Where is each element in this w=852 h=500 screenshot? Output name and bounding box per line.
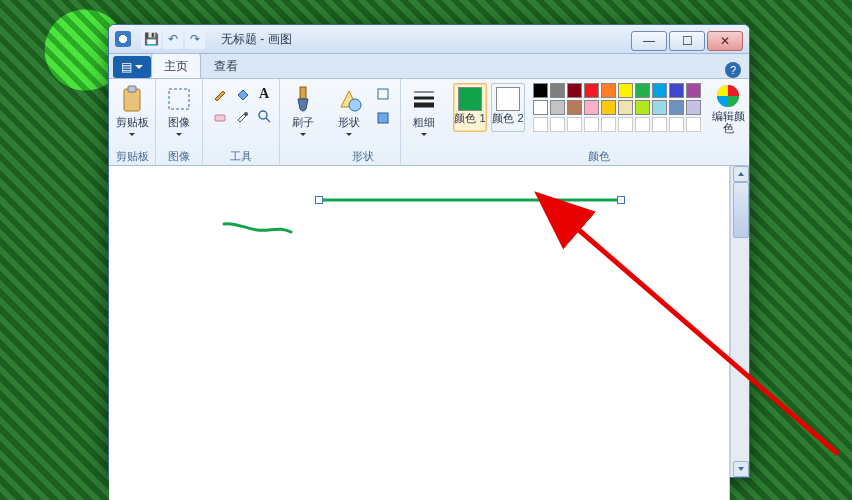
brush-button[interactable]: 刷子 — [286, 83, 320, 139]
clipboard-button[interactable]: 剪贴板 — [115, 83, 149, 139]
svg-rect-2 — [169, 89, 189, 109]
palette-swatch[interactable] — [550, 83, 565, 98]
group-clipboard: 剪贴板 剪贴板 — [109, 79, 156, 165]
svg-rect-1 — [128, 86, 136, 92]
palette-swatch[interactable] — [686, 83, 701, 98]
select-button[interactable]: 图像 — [162, 83, 196, 139]
palette-swatch[interactable] — [669, 100, 684, 115]
group-tools: A 工具 — [203, 79, 280, 165]
size-button[interactable]: 粗细 — [407, 83, 441, 139]
titlebar[interactable]: 💾 ↶ ↷ 无标题 - 画图 — ☐ ✕ — [109, 25, 749, 54]
shapes-label: 形状 — [338, 115, 360, 130]
tool-picker[interactable] — [231, 105, 253, 127]
tab-view[interactable]: 查看 — [201, 53, 251, 78]
ribbon: 剪贴板 剪贴板 图像 图像 — [109, 79, 749, 166]
palette-swatch[interactable] — [618, 100, 633, 115]
close-button[interactable]: ✕ — [707, 31, 743, 51]
palette-swatch[interactable] — [686, 100, 701, 115]
tool-eraser[interactable] — [209, 105, 231, 127]
palette-swatch[interactable] — [584, 100, 599, 115]
size-label: 粗细 — [413, 115, 435, 130]
palette-swatch[interactable] — [618, 83, 633, 98]
tool-pencil[interactable] — [209, 83, 231, 105]
palette-swatch[interactable] — [601, 100, 616, 115]
palette-swatch-empty[interactable] — [669, 117, 684, 132]
palette-swatch[interactable] — [567, 100, 582, 115]
select-label: 图像 — [168, 115, 190, 130]
shape-fill-button[interactable] — [372, 107, 394, 129]
palette-swatch[interactable] — [652, 100, 667, 115]
palette-swatch[interactable] — [533, 100, 548, 115]
brush-icon — [289, 85, 317, 113]
file-menu-button[interactable]: ▤ — [113, 56, 151, 78]
clipboard-label: 剪贴板 — [116, 115, 149, 130]
color2-button[interactable]: 颜色 2 — [491, 83, 525, 132]
shape-handle-start[interactable] — [315, 196, 323, 204]
color1-button[interactable]: 颜色 1 — [453, 83, 487, 132]
vertical-scrollbar[interactable] — [730, 166, 749, 477]
window-title: 无标题 - 画图 — [221, 31, 292, 48]
svg-rect-3 — [215, 115, 225, 121]
select-icon — [165, 85, 193, 113]
palette-swatch-empty[interactable] — [686, 117, 701, 132]
desktop-wallpaper: 💾 ↶ ↷ 无标题 - 画图 — ☐ ✕ ▤ 主页 查看 ? — [0, 0, 852, 500]
group-shapes-label: 形状 — [352, 149, 374, 163]
palette-swatch[interactable] — [635, 100, 650, 115]
tab-home[interactable]: 主页 — [151, 53, 201, 78]
shapes-button[interactable]: 形状 — [332, 83, 366, 139]
chevron-down-icon — [346, 133, 352, 139]
color1-swatch — [458, 87, 482, 111]
palette-swatch[interactable] — [601, 83, 616, 98]
palette-swatch-empty[interactable] — [652, 117, 667, 132]
shape-outline-button[interactable] — [372, 83, 394, 105]
scroll-down-button[interactable] — [733, 461, 749, 477]
palette-swatch[interactable] — [567, 83, 582, 98]
paint-window: 💾 ↶ ↷ 无标题 - 画图 — ☐ ✕ ▤ 主页 查看 ? — [108, 24, 750, 478]
svg-point-4 — [244, 112, 248, 116]
svg-rect-11 — [378, 113, 388, 123]
help-button[interactable]: ? — [725, 62, 741, 78]
shapes-icon — [335, 85, 363, 113]
minimize-button[interactable]: — — [631, 31, 667, 51]
palette-swatch-empty[interactable] — [533, 117, 548, 132]
palette-swatch[interactable] — [533, 83, 548, 98]
group-brush: 刷子 — [280, 79, 326, 165]
svg-rect-7 — [300, 87, 306, 99]
palette-swatch-empty[interactable] — [618, 117, 633, 132]
shape-handle-end[interactable] — [617, 196, 625, 204]
work-area — [109, 166, 749, 477]
tool-text[interactable]: A — [253, 83, 275, 105]
spacer — [301, 149, 304, 163]
palette-swatch-empty[interactable] — [635, 117, 650, 132]
canvas-drawing — [109, 166, 729, 500]
canvas[interactable] — [109, 166, 730, 500]
color2-swatch — [496, 87, 520, 111]
edit-colors-button[interactable]: 编辑颜色 — [711, 83, 745, 134]
app-icon — [115, 31, 131, 47]
palette-swatch-empty[interactable] — [584, 117, 599, 132]
palette-swatch[interactable] — [584, 83, 599, 98]
tab-strip: ▤ 主页 查看 ? — [109, 54, 749, 79]
palette-swatch-empty[interactable] — [601, 117, 616, 132]
palette-swatch[interactable] — [652, 83, 667, 98]
qat-save-button[interactable]: 💾 — [141, 29, 161, 49]
quick-access-toolbar: 💾 ↶ ↷ — [141, 29, 205, 49]
tool-magnifier[interactable] — [253, 105, 275, 127]
palette-swatch[interactable] — [550, 100, 565, 115]
svg-point-5 — [259, 111, 267, 119]
palette-swatch[interactable] — [669, 83, 684, 98]
scroll-thumb[interactable] — [733, 182, 749, 238]
qat-redo-button[interactable]: ↷ — [185, 29, 205, 49]
scroll-up-button[interactable] — [733, 166, 749, 182]
palette-swatch-empty[interactable] — [550, 117, 565, 132]
group-tools-label: 工具 — [230, 149, 252, 163]
tool-fill[interactable] — [231, 83, 253, 105]
edit-colors-icon — [715, 83, 741, 109]
qat-undo-button[interactable]: ↶ — [163, 29, 183, 49]
palette-swatch-empty[interactable] — [567, 117, 582, 132]
group-colors-label: 颜色 — [588, 149, 610, 163]
group-clipboard-label: 剪贴板 — [116, 149, 149, 163]
spacer2 — [422, 149, 425, 163]
maximize-button[interactable]: ☐ — [669, 31, 705, 51]
palette-swatch[interactable] — [635, 83, 650, 98]
